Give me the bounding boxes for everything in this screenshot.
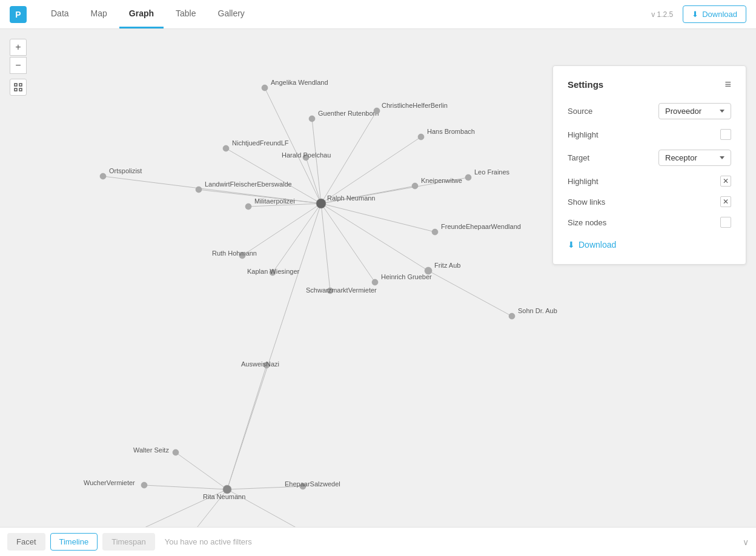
node-label: Walter Seitz	[133, 446, 169, 454]
highlight-source-checkbox[interactable]	[720, 129, 731, 140]
graph-link	[242, 204, 321, 256]
svg-point-4	[418, 134, 424, 140]
zoom-fit-button[interactable]	[10, 79, 27, 96]
node-label: Ruth Hohmann	[212, 250, 257, 257]
graph-node[interactable]: Guenther Rutenborn	[309, 110, 379, 122]
graph-node[interactable]: Angelika Wendland	[262, 79, 328, 91]
zoom-in-button[interactable]: +	[10, 39, 27, 56]
node-label: Heinrich Grueber	[381, 273, 432, 280]
graph-link	[321, 204, 435, 232]
show-links-checkbox[interactable]: ✕	[720, 196, 731, 207]
node-label: FreundeEhepaarWendland	[441, 223, 521, 230]
filter-text: You have no active filters	[165, 537, 252, 546]
settings-panel: Settings ≡ Source Proveedor Highlight Ta…	[552, 65, 746, 265]
svg-point-2	[309, 116, 315, 122]
download-icon: ⬇	[692, 10, 698, 19]
node-label: Leo Fraines	[474, 168, 510, 176]
graph-node[interactable]: EhepaarSalzwedel	[285, 480, 340, 489]
header: P Data Map Graph Table Gallery v 1.2.5 ⬇…	[0, 0, 756, 29]
graph-node[interactable]: Sohn Dr. Aub	[509, 307, 557, 319]
source-dropdown[interactable]: Proveedor	[658, 103, 731, 119]
source-value: Proveedor	[665, 107, 701, 116]
settings-title: Settings	[568, 79, 603, 90]
graph-node[interactable]: WucherVermieter	[84, 479, 147, 488]
svg-point-0	[316, 199, 326, 208]
svg-point-17	[509, 313, 515, 319]
svg-point-15	[372, 279, 378, 285]
graph-node[interactable]: Kaplan Wiesinger	[247, 268, 300, 276]
tab-gallery[interactable]: Gallery	[208, 0, 254, 28]
graph-node[interactable]: SchwarzmarktVermieter	[306, 286, 377, 294]
graph-node[interactable]: Hans Brombach	[418, 128, 475, 140]
node-label: AusweisNazi	[241, 360, 279, 368]
graph-link	[176, 452, 227, 489]
footer-chevron-icon[interactable]: ∨	[743, 537, 749, 547]
graph-link	[273, 204, 321, 273]
tab-map[interactable]: Map	[81, 0, 117, 28]
graph-node[interactable]: Harald Poelchau	[282, 151, 331, 161]
graph-node[interactable]: FreundeEhepaarWendland	[432, 223, 521, 235]
graph-node[interactable]: Walter Seitz	[133, 446, 179, 455]
highlight-target-checkbox[interactable]: ✕	[720, 176, 731, 187]
svg-point-5	[223, 145, 229, 151]
facet-tab[interactable]: Facet	[7, 533, 45, 551]
target-value: Receptor	[665, 153, 697, 162]
graph-node[interactable]: Ortspolizist	[100, 167, 142, 179]
header-right: v 1.2.5 ⬇ Download	[651, 5, 746, 23]
highlight-source-row: Highlight	[568, 129, 731, 140]
graph-node[interactable]: Ruth Hohmann	[212, 250, 257, 259]
svg-rect-29	[15, 88, 17, 91]
version-label: v 1.2.5	[651, 10, 673, 19]
graph-node[interactable]: Kneipenwitwe	[412, 177, 462, 189]
source-label: Source	[568, 107, 622, 116]
tab-table[interactable]: Table	[166, 0, 205, 28]
graph-node[interactable]: Rita Neumann	[203, 485, 245, 500]
svg-point-9	[196, 187, 202, 193]
zoom-out-button[interactable]: −	[10, 57, 27, 74]
graph-node[interactable]: Militaerpolizei	[245, 197, 295, 210]
node-label: Hans Brombach	[427, 128, 475, 135]
source-dropdown-arrow	[720, 110, 724, 113]
size-nodes-checkbox[interactable]	[720, 217, 731, 228]
svg-rect-27	[15, 84, 17, 86]
svg-point-8	[100, 173, 106, 179]
graph-link	[321, 204, 375, 282]
timeline-tab[interactable]: Timeline	[50, 533, 98, 551]
download-label: Download	[702, 10, 737, 19]
target-dropdown[interactable]: Receptor	[658, 150, 731, 166]
svg-point-21	[223, 485, 231, 494]
svg-point-7	[412, 183, 418, 189]
graph-node[interactable]: Fritz Aub	[425, 262, 460, 274]
graph-node[interactable]: ChristlicheHelferBerlin	[374, 102, 448, 114]
timespan-tab: Timespan	[102, 533, 155, 551]
graph-link	[227, 204, 321, 489]
node-label: Sohn Dr. Aub	[518, 307, 557, 314]
node-label: WucherVermieter	[84, 479, 135, 486]
graph-node[interactable]: Leo Fraines	[465, 168, 510, 180]
tab-graph[interactable]: Graph	[119, 0, 164, 28]
header-download-button[interactable]: ⬇ Download	[683, 5, 746, 23]
graph-node[interactable]: Heinrich Grueber	[372, 273, 432, 285]
node-label: ChristlicheHelferBerlin	[382, 102, 448, 109]
size-nodes-label: Size nodes	[568, 218, 622, 227]
settings-menu-icon[interactable]: ≡	[724, 78, 731, 91]
graph-node[interactable]: AusweisNazi	[241, 360, 279, 368]
settings-download-button[interactable]: ⬇ Download	[568, 237, 616, 252]
graph-link	[144, 485, 227, 489]
node-label: Kneipenwitwe	[421, 177, 462, 184]
graph-node[interactable]: NichtjuedFreundLF	[223, 139, 289, 151]
graph-link	[321, 137, 421, 204]
target-dropdown-arrow	[720, 156, 724, 159]
show-links-label: Show links	[568, 197, 622, 207]
app-logo: P	[10, 6, 27, 23]
highlight-target-label: Highlight	[568, 177, 622, 186]
svg-point-3	[374, 108, 380, 114]
main-content: Ralph NeumannAngelika WendlandGuenther R…	[0, 29, 756, 527]
settings-download-label: Download	[579, 240, 616, 250]
svg-point-10	[245, 204, 251, 210]
node-label: LandwirtFleischerEberswalde	[205, 180, 292, 188]
node-label: Fritz Aub	[434, 262, 460, 269]
node-label: NichtjuedFreundLF	[232, 139, 289, 147]
node-label: Kaplan Wiesinger	[247, 268, 300, 275]
tab-data[interactable]: Data	[41, 0, 79, 28]
